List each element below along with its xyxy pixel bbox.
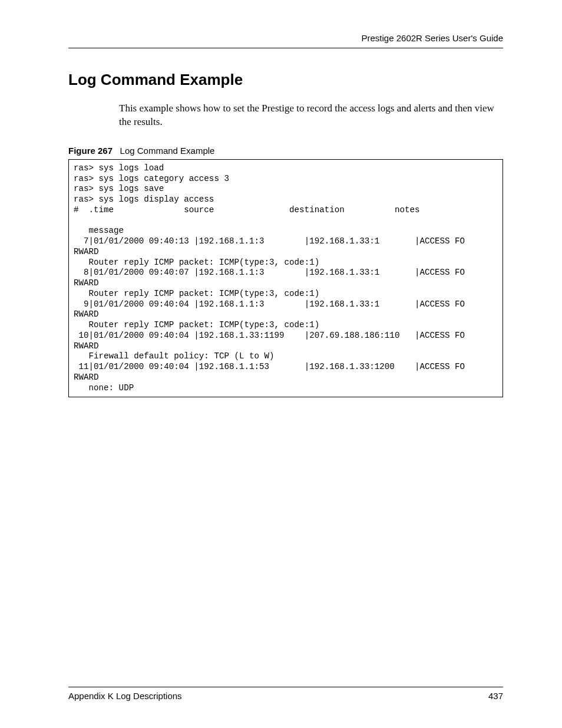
section-title: Log Command Example	[68, 71, 503, 89]
figure-label: Figure 267	[68, 146, 113, 156]
figure-caption-text: Log Command Example	[120, 146, 215, 156]
section-body-text: This example shows how to set the Presti…	[119, 102, 503, 129]
figure-caption: Figure 267 Log Command Example	[68, 146, 503, 156]
header-guide-title: Prestige 2602R Series User's Guide	[68, 33, 503, 48]
footer-page-number: 437	[488, 691, 503, 701]
footer-appendix-label: Appendix K Log Descriptions	[68, 691, 182, 701]
code-example-box: ras> sys logs load ras> sys logs categor…	[68, 159, 503, 398]
